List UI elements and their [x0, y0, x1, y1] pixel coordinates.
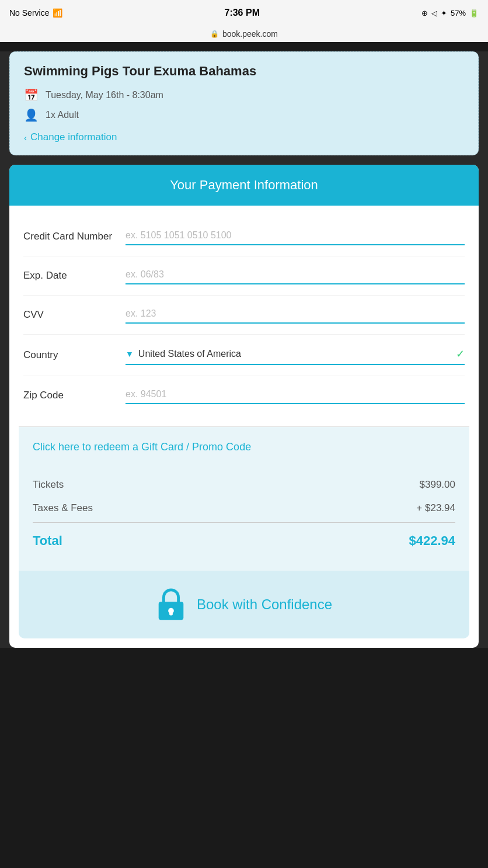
- credit-card-label: Credit Card Number: [23, 231, 126, 242]
- total-row: Total $422.94: [33, 525, 455, 557]
- tour-date-row: 📅 Tuesday, May 16th - 8:30am: [24, 88, 464, 102]
- exp-date-label: Exp. Date: [23, 270, 126, 282]
- total-value: $422.94: [409, 533, 455, 548]
- tour-title: Swimming Pigs Tour Exuma Bahamas: [24, 64, 464, 79]
- total-label: Total: [33, 533, 62, 548]
- battery-text: 57%: [451, 9, 466, 18]
- country-row: Country ▼ United States of America ✓: [23, 335, 465, 376]
- no-service-text: No Service: [9, 8, 49, 18]
- calendar-icon: 📅: [24, 88, 39, 102]
- status-time: 7:36 PM: [224, 8, 259, 18]
- location-icon: ◁: [431, 9, 437, 18]
- tour-card: Swimming Pigs Tour Exuma Bahamas 📅 Tuesd…: [9, 51, 479, 155]
- payment-section: Your Payment Information Credit Card Num…: [9, 165, 479, 648]
- url-text: book.peek.com: [222, 29, 278, 39]
- credit-card-input[interactable]: [126, 228, 465, 245]
- summary-divider: [33, 522, 455, 523]
- exp-date-input[interactable]: [126, 267, 465, 284]
- status-left: No Service 📶: [9, 8, 62, 18]
- country-label: Country: [23, 349, 126, 361]
- cvv-input-wrapper: [126, 306, 465, 324]
- payment-header: Your Payment Information: [9, 165, 479, 206]
- wifi-icon: 📶: [53, 8, 62, 18]
- status-bar: No Service 📶 7:36 PM ⊕ ◁ ✦ 57% 🔋: [0, 0, 488, 26]
- address-bar: 🔒 book.peek.com: [0, 26, 488, 42]
- tickets-value: $399.00: [420, 479, 455, 491]
- cvv-label: CVV: [23, 309, 126, 321]
- lock-confidence-icon: [156, 587, 186, 622]
- tickets-row: Tickets $399.00: [33, 473, 455, 497]
- country-checkmark-icon: ✓: [456, 348, 465, 360]
- promo-section: Click here to redeem a Gift Card / Promo…: [19, 426, 469, 467]
- zip-code-row: Zip Code: [23, 376, 465, 415]
- person-icon: 👤: [24, 108, 39, 122]
- credit-card-input-wrapper: [126, 228, 465, 245]
- svg-rect-2: [169, 611, 173, 616]
- confidence-section: Book with Confidence: [19, 571, 469, 638]
- dropdown-arrow-icon: ▼: [126, 349, 134, 359]
- change-information-link[interactable]: ‹ Change information: [24, 131, 464, 143]
- bluetooth-icon: ✦: [441, 9, 447, 18]
- exp-date-row: Exp. Date: [23, 256, 465, 296]
- cvv-row: CVV: [23, 296, 465, 335]
- payment-form: Credit Card Number Exp. Date CVV: [9, 206, 479, 426]
- tour-date: Tuesday, May 16th - 8:30am: [46, 90, 163, 100]
- change-information-text: Change information: [30, 131, 117, 143]
- main-content: Swimming Pigs Tour Exuma Bahamas 📅 Tuesd…: [0, 51, 488, 648]
- summary-section: Tickets $399.00 Taxes & Fees + $23.94 To…: [19, 467, 469, 571]
- taxes-value: + $23.94: [416, 502, 455, 514]
- screen-lock-icon: ⊕: [421, 9, 428, 18]
- country-value: United States of America: [138, 349, 451, 359]
- taxes-row: Taxes & Fees + $23.94: [33, 497, 455, 520]
- tour-meta: 📅 Tuesday, May 16th - 8:30am 👤 1x Adult: [24, 88, 464, 122]
- exp-date-input-wrapper: [126, 267, 465, 284]
- zip-code-label: Zip Code: [23, 390, 126, 401]
- country-select[interactable]: ▼ United States of America ✓: [126, 345, 465, 365]
- tour-guests: 1x Adult: [46, 110, 79, 120]
- tour-guests-row: 👤 1x Adult: [24, 108, 464, 122]
- promo-link[interactable]: Click here to redeem a Gift Card / Promo…: [33, 441, 251, 453]
- lock-icon: 🔒: [210, 30, 219, 38]
- country-select-wrapper[interactable]: ▼ United States of America ✓: [126, 345, 465, 365]
- tickets-label: Tickets: [33, 479, 64, 491]
- chevron-left-icon: ‹: [24, 133, 27, 143]
- zip-code-input[interactable]: [126, 387, 465, 404]
- payment-header-title: Your Payment Information: [170, 178, 318, 192]
- status-right: ⊕ ◁ ✦ 57% 🔋: [421, 9, 479, 18]
- taxes-label: Taxes & Fees: [33, 502, 93, 514]
- cvv-input[interactable]: [126, 306, 465, 324]
- credit-card-row: Credit Card Number: [23, 217, 465, 256]
- confidence-text: Book with Confidence: [197, 595, 332, 613]
- battery-icon: 🔋: [469, 9, 479, 18]
- zip-code-input-wrapper: [126, 387, 465, 404]
